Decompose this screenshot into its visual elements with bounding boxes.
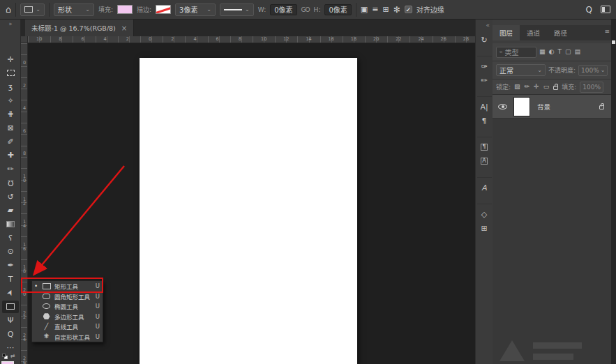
visibility-eye-icon[interactable] <box>498 104 507 109</box>
history-panel-icon[interactable]: ↻ <box>477 33 492 47</box>
flyout-menu-item[interactable]: ╱ 直线工具 U <box>32 321 103 332</box>
move-tool[interactable]: ✛ <box>2 53 19 66</box>
search-icon[interactable]: Q <box>586 6 592 14</box>
brush-settings-panel-icon[interactable]: ✑ <box>477 56 492 73</box>
lock-position-icon[interactable]: ✛ <box>534 84 539 90</box>
tool-icon <box>43 313 50 319</box>
blend-mode-select[interactable]: 正常 ⌄ <box>496 64 546 76</box>
layer-filter-select[interactable]: ⌕ 类型 <box>496 47 536 58</box>
panel-tab[interactable]: 通道 <box>520 25 547 40</box>
history-brush-tool[interactable]: ↺ <box>2 190 19 203</box>
path-operations-button[interactable]: ▣ <box>361 6 368 13</box>
character-panel-icon[interactable]: A| <box>477 96 492 114</box>
link-dimensions-icon[interactable]: GO <box>301 6 310 13</box>
3d-panel-icon[interactable]: ◇ <box>477 204 492 221</box>
hand-tool[interactable]: Ψ <box>2 314 19 326</box>
width-input[interactable]: 0像素 <box>270 4 296 15</box>
panel-tab[interactable]: 路径 <box>547 25 574 40</box>
opacity-input[interactable]: 100% ⌄ <box>578 65 608 76</box>
panel-menu-icon[interactable]: ≡ <box>604 28 610 35</box>
default-colors-icon[interactable] <box>2 354 8 359</box>
foreground-color-swatch[interactable] <box>1 361 14 364</box>
glyphs-panel-icon[interactable]: A <box>477 177 492 195</box>
frame-tool[interactable]: ⊠ <box>2 122 19 135</box>
layer-row-background[interactable]: 背景 <box>493 95 611 119</box>
layer-name: 背景 <box>537 102 599 112</box>
fill-color-swatch[interactable] <box>117 5 133 14</box>
brush-tool[interactable]: ✏ <box>2 163 19 176</box>
eraser-tool[interactable]: ▰ <box>2 204 19 217</box>
ruler-label: 2 <box>22 83 27 87</box>
flyout-menu-item[interactable]: ❋ 自定形状工具 U <box>32 332 103 342</box>
type-tool[interactable]: T <box>2 273 19 285</box>
ruler-label: 6 <box>81 36 84 42</box>
tool-mode-value: 形状 <box>58 4 72 15</box>
home-icon[interactable]: ⌂ <box>6 5 11 14</box>
stroke-type-select[interactable]: ⌄ <box>220 3 254 16</box>
document-tab[interactable]: 未标题-1 @ 16.7%(RGB/8) × <box>25 20 134 36</box>
path-selection-tool[interactable]: ➤ <box>2 287 19 299</box>
ruler-label: 12 <box>22 197 27 205</box>
eyedropper-tool[interactable]: ✐ <box>2 135 19 148</box>
brushes-panel-icon[interactable]: ✏ <box>477 73 492 87</box>
path-alignment-button[interactable]: ≡ <box>372 6 378 13</box>
width-label: W: <box>258 6 266 13</box>
collapse-panel-icon[interactable]: » <box>0 21 21 27</box>
gear-icon[interactable]: ✻ <box>393 6 400 14</box>
close-icon[interactable]: × <box>121 24 127 32</box>
ruler-label: 24 <box>418 36 423 42</box>
tool-mode-select[interactable]: 形状 ⌄ <box>54 3 94 16</box>
stroke-color-swatch[interactable] <box>156 5 171 14</box>
layers-panel-empty-area <box>493 119 611 364</box>
fill-input[interactable]: 100% <box>580 82 603 93</box>
paragraph-panel-icon[interactable]: ¶ <box>477 114 492 128</box>
lock-image-pixels-icon[interactable]: ✏ <box>525 84 530 90</box>
gradient-tool[interactable] <box>2 218 19 230</box>
stroke-width-select[interactable]: 3像素 ⌄ <box>175 3 216 16</box>
rectangle-tool[interactable] <box>2 301 19 313</box>
chevron-down-icon: ⌄ <box>206 6 211 13</box>
workspace-switcher-icon[interactable] <box>601 6 610 13</box>
quick-selection-tool[interactable]: ✧ <box>2 94 19 107</box>
path-arrangement-button[interactable]: ⊞ <box>382 6 389 13</box>
panel-tab[interactable]: 图层 <box>493 25 520 40</box>
clone-stamp-tool[interactable]: Ω <box>2 176 19 189</box>
zoom-tool[interactable]: Q <box>2 328 19 340</box>
paragraph-styles-panel-icon[interactable]: ¶ <box>477 137 492 154</box>
fill-value: 100% <box>583 84 601 91</box>
flyout-menu-item[interactable]: 椭圆工具 U <box>32 301 103 312</box>
filter-pixel-layers-icon[interactable]: ▦ <box>539 49 546 55</box>
tool-preset-picker[interactable]: ⌄ <box>20 3 45 16</box>
lasso-tool[interactable]: ʒ <box>2 80 19 93</box>
flyout-menu-item[interactable]: 多边形工具 U <box>32 312 103 322</box>
layer-thumbnail[interactable] <box>513 97 530 116</box>
photoshop-window: ⌂ ⌄ 形状 ⌄ 填充: 描边: 3像素 ⌄ ⌄ W: 0像素 GO H: 0像… <box>0 0 616 364</box>
character-styles-panel-icon[interactable]: A <box>477 154 492 168</box>
filter-shape-layers-icon[interactable]: ▢ <box>565 49 571 55</box>
ruler-label: 24 <box>22 333 27 341</box>
healing-brush-tool[interactable]: ✚ <box>2 149 19 162</box>
collapse-dock-icon[interactable]: « <box>486 22 493 29</box>
properties-panel-icon[interactable]: ⊞ <box>477 221 492 235</box>
swap-colors-icon[interactable]: ⇄ <box>10 353 15 359</box>
height-input[interactable]: 0像素 <box>324 4 351 15</box>
lock-transparent-pixels-icon[interactable]: ▨ <box>514 84 520 90</box>
collapsed-panel-icon[interactable] <box>612 40 615 44</box>
filter-type-layers-icon[interactable]: T <box>557 49 562 55</box>
ruler-label: 8 <box>59 36 61 42</box>
rectangular-marquee-tool[interactable] <box>2 67 19 79</box>
lock-artboard-icon[interactable]: ▭ <box>543 84 550 90</box>
smudge-tool[interactable]: ʕ <box>2 232 19 244</box>
dodge-tool[interactable]: ⊙ <box>2 245 19 258</box>
crop-tool[interactable]: ⋕ <box>2 108 19 121</box>
ruler-label: 4 <box>193 36 196 42</box>
vertical-ruler: 02468101214161820222426 <box>21 43 28 364</box>
align-edges-checkbox[interactable]: ✓ <box>405 6 412 13</box>
filter-adjustment-layers-icon[interactable]: ◐ <box>549 49 555 55</box>
flyout-item-label: 圆角矩形工具 <box>54 292 92 301</box>
pen-tool[interactable]: ✒ <box>2 259 19 272</box>
lock-all-icon[interactable] <box>553 86 558 90</box>
filter-smart-objects-icon[interactable]: ▤ <box>574 49 580 55</box>
document-canvas[interactable] <box>140 58 357 364</box>
ruler-label: 28 <box>463 36 469 42</box>
